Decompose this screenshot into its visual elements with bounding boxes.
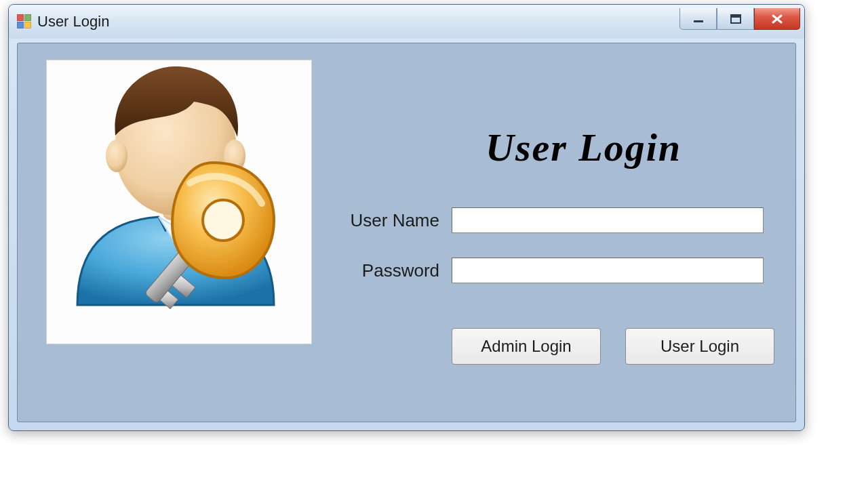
password-label: Password bbox=[336, 260, 452, 281]
minimize-icon bbox=[692, 14, 705, 24]
window-title: User Login bbox=[37, 13, 679, 30]
svg-rect-2 bbox=[731, 15, 741, 18]
login-window: User Login bbox=[8, 4, 805, 431]
minimize-button[interactable] bbox=[679, 8, 717, 30]
username-input[interactable] bbox=[452, 207, 764, 233]
close-icon bbox=[770, 14, 784, 24]
svg-rect-0 bbox=[694, 20, 703, 22]
client-area: User Login User Name Password Admin Logi… bbox=[17, 43, 796, 422]
close-button[interactable] bbox=[754, 8, 800, 30]
password-row: Password bbox=[336, 258, 764, 283]
app-icon bbox=[17, 14, 32, 29]
titlebar[interactable]: User Login bbox=[9, 5, 804, 39]
maximize-button[interactable] bbox=[717, 8, 754, 30]
window-controls bbox=[679, 8, 800, 30]
user-image-panel bbox=[46, 60, 312, 344]
user-key-icon bbox=[57, 61, 301, 332]
button-row: Admin Login User Login bbox=[452, 328, 774, 365]
admin-login-button[interactable]: Admin Login bbox=[452, 328, 601, 365]
password-input[interactable] bbox=[452, 258, 764, 283]
username-label: User Name bbox=[336, 210, 452, 231]
svg-point-10 bbox=[203, 200, 243, 241]
maximize-icon bbox=[730, 14, 742, 24]
username-row: User Name bbox=[336, 207, 764, 233]
form-heading: User Login bbox=[486, 125, 682, 170]
svg-point-5 bbox=[106, 140, 127, 172]
user-login-button[interactable]: User Login bbox=[625, 328, 774, 365]
